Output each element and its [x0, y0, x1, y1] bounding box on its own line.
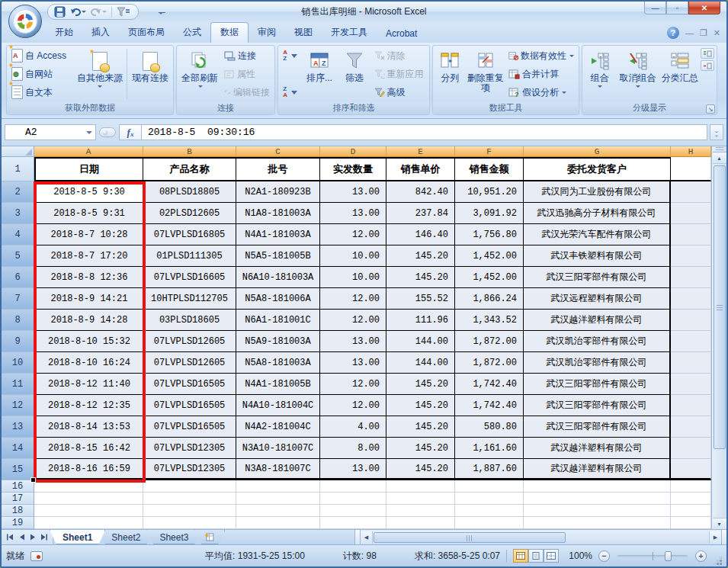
- ribbon-tab-review[interactable]: 审阅: [249, 23, 285, 43]
- sheet-tab-sheet2[interactable]: Sheet2: [98, 530, 153, 544]
- show-detail-button[interactable]: [701, 48, 714, 59]
- window-maximize-button[interactable]: ▫: [666, 2, 688, 14]
- workbook-close-button[interactable]: ✕: [714, 29, 720, 37]
- help-button[interactable]: ?: [667, 27, 679, 39]
- ungroup-button[interactable]: 取消组合: [617, 47, 659, 101]
- cell-G8[interactable]: 武汉越洋塑料有限公司: [524, 310, 671, 331]
- cell-F9[interactable]: 1,872.00: [455, 331, 524, 352]
- cell-C9[interactable]: N5A9-181003A: [236, 331, 320, 352]
- scroll-down-button[interactable]: ▼: [713, 518, 726, 529]
- cell-B7[interactable]: 10HTPLSD112705: [143, 288, 236, 310]
- name-box[interactable]: A2: [5, 124, 96, 140]
- cell-C19[interactable]: [236, 517, 320, 529]
- cell-D19[interactable]: [320, 517, 386, 529]
- cell-G12[interactable]: 武汉三阳零部件有限公司: [524, 395, 671, 416]
- remove-duplicates-button[interactable]: 删除重复项: [467, 47, 505, 101]
- ribbon-tab-home[interactable]: 开始: [46, 23, 82, 43]
- cell-D5[interactable]: 10.00: [320, 245, 386, 267]
- row-header-19[interactable]: 19: [2, 517, 34, 529]
- cell-G5[interactable]: 武汉丰铁塑料有限公司: [524, 245, 671, 267]
- cell-E4[interactable]: 146.40: [386, 224, 455, 245]
- zoom-slider[interactable]: [617, 555, 688, 557]
- cell-A18[interactable]: [34, 505, 143, 517]
- cell-F5[interactable]: 1,452.00: [455, 245, 524, 267]
- cell-F4[interactable]: 1,756.80: [455, 224, 524, 245]
- sort-button[interactable]: A Z 排序...: [301, 47, 337, 101]
- selection-fill-handle[interactable]: [30, 477, 36, 483]
- cell-E6[interactable]: 145.20: [386, 267, 455, 288]
- office-button[interactable]: [8, 4, 43, 39]
- cell-D13[interactable]: 4.00: [320, 416, 386, 438]
- cell-H19[interactable]: [671, 517, 711, 529]
- horizontal-scroll-thumb[interactable]: [374, 532, 566, 543]
- cell-B3[interactable]: 02PLSD12605: [143, 203, 236, 224]
- cell-E12[interactable]: 145.20: [386, 395, 455, 416]
- cell-H7[interactable]: [671, 288, 711, 310]
- cell-H17[interactable]: [671, 493, 711, 505]
- cell-G7[interactable]: 武汉远程塑料有限公司: [524, 288, 671, 310]
- name-box-caret-icon[interactable]: [86, 131, 92, 137]
- row-header-2[interactable]: 2: [2, 181, 34, 203]
- cell-F2[interactable]: 10,951.20: [455, 181, 524, 203]
- next-sheet-button[interactable]: [27, 532, 38, 543]
- horizontal-split-handle[interactable]: [721, 530, 726, 544]
- insert-function-button[interactable]: fx: [119, 124, 142, 140]
- sort-ascending-button[interactable]: AZ: [283, 48, 297, 63]
- sheet-tab-sheet3[interactable]: Sheet3: [146, 530, 201, 544]
- cell-C16[interactable]: [236, 480, 320, 493]
- cell-D8[interactable]: 12.00: [320, 310, 386, 331]
- qat-customize-button[interactable]: [157, 6, 165, 20]
- cell-D2[interactable]: 13.00: [320, 181, 386, 203]
- cell-H12[interactable]: [671, 395, 711, 416]
- cell-E14[interactable]: 145.20: [386, 438, 455, 459]
- cell-B15[interactable]: 07LVPLSD12305: [143, 459, 236, 480]
- cell-A14[interactable]: 2018-8-15 16:42: [34, 438, 143, 459]
- row-header-8[interactable]: 8: [2, 310, 34, 331]
- data-validation-button[interactable]: 数据有效性: [506, 48, 576, 63]
- cell-B1[interactable]: 产品名称: [143, 157, 236, 181]
- cell-G11[interactable]: 武汉三阳零部件有限公司: [524, 374, 671, 395]
- cell-A6[interactable]: 2018-8-8 12:36: [34, 267, 143, 288]
- cell-G13[interactable]: 武汉三阳零部件有限公司: [524, 416, 671, 438]
- cell-C8[interactable]: N6A1-181001C: [236, 310, 320, 331]
- cell-B8[interactable]: 03PLSD18605: [143, 310, 236, 331]
- row-header-6[interactable]: 6: [2, 267, 34, 288]
- workbook-restore-button[interactable]: ❒: [700, 29, 707, 37]
- cell-H11[interactable]: [671, 374, 711, 395]
- cell-G6[interactable]: 武汉三阳零部件有限公司: [524, 267, 671, 288]
- zoom-level[interactable]: 100%: [565, 550, 592, 561]
- cell-B18[interactable]: [143, 505, 236, 517]
- normal-view-button[interactable]: [513, 549, 528, 563]
- row-header-4[interactable]: 4: [2, 224, 34, 245]
- zoom-out-button[interactable]: −: [598, 550, 610, 562]
- cell-G18[interactable]: [524, 505, 671, 517]
- cell-B11[interactable]: 07LVPLSD16505: [143, 374, 236, 395]
- cell-D4[interactable]: 12.00: [320, 224, 386, 245]
- cell-A10[interactable]: 2018-8-10 16:24: [34, 352, 143, 374]
- cell-F19[interactable]: [455, 517, 524, 529]
- row-header-9[interactable]: 9: [2, 331, 34, 352]
- cell-B5[interactable]: 01PLSD111305: [143, 245, 236, 267]
- ribbon-tab-acrobat[interactable]: Acrobat: [377, 25, 426, 43]
- cell-A11[interactable]: 2018-8-12 11:40: [34, 374, 143, 395]
- ribbon-tab-insert[interactable]: 插入: [82, 23, 119, 43]
- cell-G2[interactable]: 武汉同为工业股份有限公司: [524, 181, 671, 203]
- cell-F15[interactable]: 1,887.60: [455, 459, 524, 480]
- cell-E10[interactable]: 144.00: [386, 352, 455, 374]
- cell-D1[interactable]: 实发数量: [320, 157, 386, 181]
- cell-G1[interactable]: 委托发货客户: [524, 157, 671, 181]
- window-minimize-button[interactable]: —: [644, 2, 666, 14]
- cell-B19[interactable]: [143, 517, 236, 529]
- scroll-up-button[interactable]: ▲: [713, 152, 726, 164]
- sort-descending-button[interactable]: ZA: [283, 85, 297, 100]
- subtotal-button[interactable]: + - 分类汇总: [661, 47, 699, 101]
- page-break-view-button[interactable]: [544, 549, 559, 563]
- cell-E5[interactable]: 145.20: [386, 245, 455, 267]
- select-all-corner[interactable]: [2, 146, 34, 157]
- row-header-7[interactable]: 7: [2, 288, 34, 310]
- cell-A13[interactable]: 2018-8-14 13:53: [34, 416, 143, 438]
- cell-B6[interactable]: 07LVPLSD16605: [143, 267, 236, 288]
- cell-F10[interactable]: 1,872.00: [455, 352, 524, 374]
- ribbon-tab-developer[interactable]: 开发工具: [322, 23, 377, 43]
- cell-A5[interactable]: 2018-8-7 17:20: [34, 245, 143, 267]
